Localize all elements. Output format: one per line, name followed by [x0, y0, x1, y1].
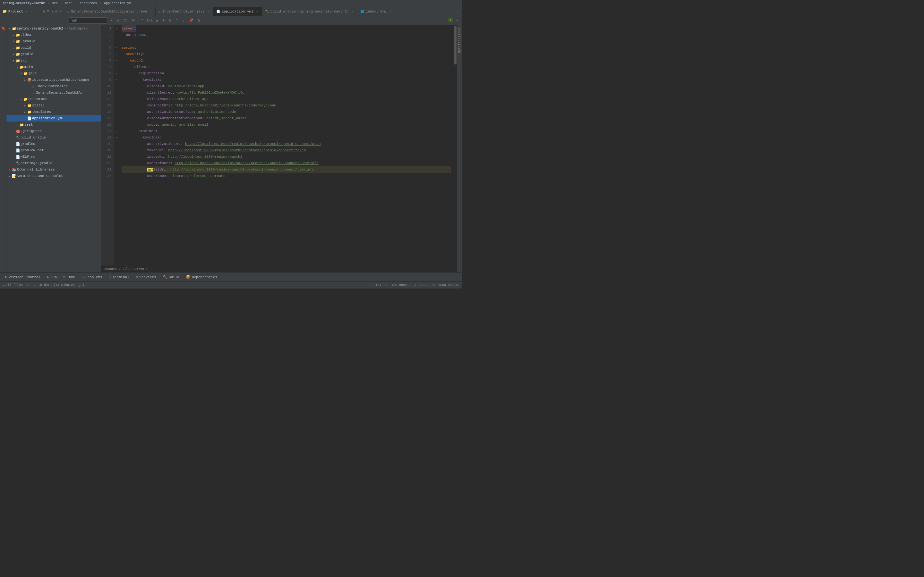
- settings-icon[interactable]: ⚙: [55, 9, 57, 13]
- tree-item-gradlew[interactable]: 📄 gradlew: [6, 141, 101, 147]
- tree-item-application-yml[interactable]: 📄 application.yml: [6, 115, 101, 121]
- tree-item-static[interactable]: ▸ 📁 static: [6, 102, 101, 109]
- close-tab-icon[interactable]: ✕: [150, 10, 152, 13]
- tab-build-gradle[interactable]: 🔨 build.gradle (spring-security-oauth2) …: [262, 7, 357, 16]
- search-input-wrap[interactable]: [69, 17, 107, 24]
- dependencies-button[interactable]: 📦 Dependencies: [183, 274, 220, 281]
- version-control-button[interactable]: ⑆ Version Control: [3, 274, 43, 281]
- filter-button[interactable]: ⊟: [197, 18, 202, 23]
- tree-item-templates[interactable]: ▸ 📁 templates: [6, 109, 101, 115]
- tab-index-html[interactable]: 🌐 index.html ✕: [357, 7, 395, 16]
- sort-icon[interactable]: ⇅: [51, 9, 53, 13]
- tree-arrow-gradle[interactable]: ▸: [11, 52, 15, 56]
- tree-arrow-external-libs[interactable]: ▸: [8, 168, 11, 172]
- tree-item-gradlew-bat[interactable]: 📄 gradlew.bat: [6, 147, 101, 153]
- close-search-bar-button[interactable]: ✕: [455, 18, 459, 23]
- fold-5[interactable]: ▾: [114, 51, 119, 57]
- undo-search-button[interactable]: ↺: [116, 18, 121, 23]
- fold-17[interactable]: ▾: [114, 128, 119, 134]
- fold-9[interactable]: ▾: [114, 77, 119, 83]
- close-tab-icon[interactable]: ✕: [256, 10, 258, 13]
- tab-application-yml[interactable]: 📄 application.yml ✕: [213, 7, 262, 16]
- tree-arrow-idea[interactable]: ▸: [11, 33, 15, 37]
- tree-arrow-gradle-root[interactable]: ▸: [11, 39, 15, 44]
- tree-item-spring-app[interactable]: ☕ SpringSecurityOauth2Ap: [6, 89, 101, 96]
- tab-spring-app[interactable]: ☕ SpringSecurityOauth2Application.java ✕: [64, 7, 156, 16]
- tree-item-settings-gradle[interactable]: 🔨 settings.gradle: [6, 160, 101, 166]
- collapse-button[interactable]: ⌃: [174, 18, 179, 23]
- tree-item-build-gradle[interactable]: 🔨 build.gradle: [6, 134, 101, 141]
- tree-item-gitignore[interactable]: ⬤ .gitignore: [6, 128, 101, 134]
- line-separator[interactable]: LF: [384, 284, 388, 287]
- tree-arrow-root[interactable]: ▾: [8, 27, 11, 31]
- fold-4[interactable]: ▾: [114, 45, 119, 51]
- json-schema[interactable]: No JSON schema: [433, 284, 459, 287]
- notifications-label[interactable]: Notifications: [458, 28, 461, 53]
- fold-6[interactable]: ▾: [114, 57, 119, 64]
- scrollbar-thumb[interactable]: [454, 26, 457, 64]
- prev-match-button[interactable]: ▲: [155, 18, 160, 23]
- tab-index-controller[interactable]: ☕ IndexController.java ✕: [156, 7, 213, 16]
- editor-scrollbar[interactable]: [454, 25, 457, 266]
- tree-item-help-md[interactable]: 📄 HELP.md: [6, 153, 101, 160]
- tree-item-src[interactable]: ▾ 📁 src: [6, 57, 101, 64]
- problems-button[interactable]: ⚠ Problems: [79, 274, 105, 281]
- tree-item-main[interactable]: ▾ 📁 main: [6, 64, 101, 70]
- search-input[interactable]: [71, 19, 97, 23]
- code-area[interactable]: server: port: 8081 spring: security:: [119, 25, 454, 266]
- toggle-multiline-button[interactable]: ⊞: [168, 18, 173, 23]
- tree-item-java[interactable]: ▾ 📁 java: [6, 70, 101, 77]
- tree-arrow-test[interactable]: ▸: [15, 123, 19, 127]
- regex-button[interactable]: .*: [137, 18, 144, 23]
- sync-icon[interactable]: ⊞: [43, 9, 45, 13]
- tree-item-gradle-root[interactable]: ▸ 📁 .gradle: [6, 38, 101, 45]
- fold-8[interactable]: ▾: [114, 70, 119, 77]
- tree-item-package[interactable]: ▸ 📦 io.security.oauth2.springse: [6, 77, 101, 83]
- terminal-button[interactable]: ⊡ Terminal: [106, 274, 132, 281]
- whole-word-button[interactable]: W: [131, 18, 136, 23]
- run-button[interactable]: ▶ Run: [44, 274, 59, 281]
- tree-item-external-libs[interactable]: ▸ 📚 External Libraries: [6, 166, 101, 173]
- tree-arrow-scratches[interactable]: ▸: [8, 174, 11, 178]
- pin-button[interactable]: 📌: [188, 18, 195, 23]
- fold-7[interactable]: ▾: [114, 64, 119, 70]
- close-search-button[interactable]: ✕: [109, 18, 114, 23]
- tree-arrow-resources[interactable]: ▾: [19, 97, 23, 101]
- folder-icon: 📁: [15, 39, 21, 44]
- close-tab-icon[interactable]: ✕: [352, 10, 354, 13]
- tree-arrow-src[interactable]: ▾: [11, 59, 15, 63]
- tree-item-resources[interactable]: ▾ 📁 resources: [6, 96, 101, 102]
- more-tabs-button[interactable]: ⋮: [453, 9, 462, 13]
- close-panel-icon[interactable]: ✕: [59, 9, 61, 13]
- tree-arrow-static[interactable]: ▸: [23, 103, 27, 108]
- collapse-icon[interactable]: ≡: [47, 9, 49, 13]
- status-left: ✔ All files are up-to-date (11 minutes a…: [3, 284, 84, 287]
- tree-arrow-java[interactable]: ▾: [19, 71, 23, 76]
- match-case-button[interactable]: Cc: [122, 18, 129, 23]
- tree-item-root[interactable]: ▾ 📁 spring-security-oauth2 ~/Desktop/sp: [6, 25, 101, 32]
- services-button[interactable]: ⚙ Services: [133, 274, 159, 281]
- next-match-button[interactable]: ▼: [162, 18, 166, 23]
- fold-1[interactable]: ▾: [114, 25, 119, 32]
- indent-type[interactable]: 2 spaces: [414, 284, 429, 287]
- tree-item-build-folder[interactable]: ▸ 📁 build: [6, 45, 101, 51]
- project-panel-header[interactable]: 📁 Project ▾ ⊞ ≡ ⇅ ⚙ ✕: [0, 7, 64, 16]
- cursor-position[interactable]: 1:1: [375, 284, 381, 287]
- build-button[interactable]: 🔨 Build: [160, 274, 182, 281]
- close-tab-icon[interactable]: ✕: [208, 10, 210, 13]
- close-tab-icon[interactable]: ✕: [390, 10, 392, 13]
- file-encoding[interactable]: ISO-8859-1: [391, 284, 411, 287]
- tree-arrow-build[interactable]: ▸: [11, 46, 15, 50]
- tree-item-idea[interactable]: ▸ 📁 .idea: [6, 32, 101, 38]
- tree-arrow-package[interactable]: ▸: [23, 78, 27, 82]
- tree-item-test[interactable]: ▸ 📁 test: [6, 121, 101, 128]
- tree-arrow-templates[interactable]: ▸: [23, 110, 27, 114]
- fold-18[interactable]: ▾: [114, 134, 119, 141]
- tree-item-index-controller[interactable]: ☕ IndexController: [6, 83, 101, 89]
- tree-item-scratches[interactable]: ▸ 📝 Scratches and Consoles: [6, 173, 101, 179]
- expand-button[interactable]: ⌄: [181, 18, 186, 23]
- todo-button[interactable]: ☑ TODO: [61, 274, 78, 281]
- bookmarks-icon[interactable]: 🔖: [1, 27, 5, 31]
- tree-arrow-main[interactable]: ▾: [15, 65, 19, 69]
- tree-item-gradle-folder[interactable]: ▸ 📁 gradle: [6, 51, 101, 57]
